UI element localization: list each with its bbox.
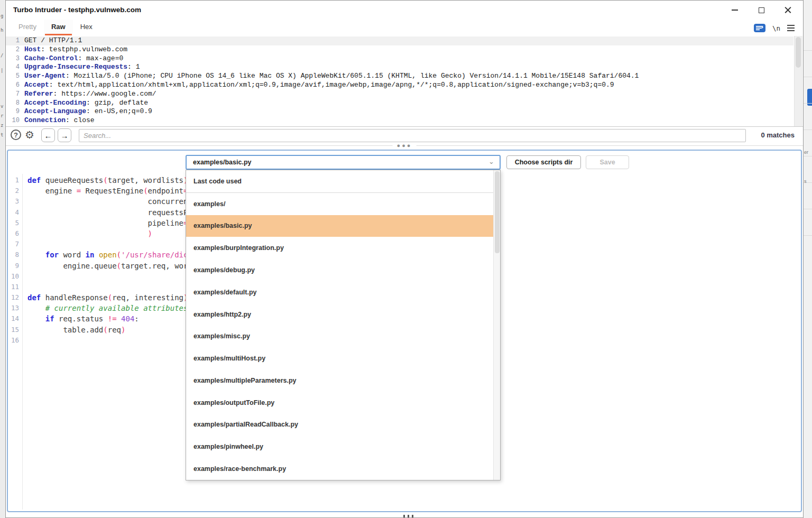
request-line: 5User-Agent: Mozilla/5.0 (iPhone; CPU iP… — [6, 72, 793, 81]
tab-pretty[interactable]: Pretty — [11, 20, 44, 35]
tab-hex[interactable]: Hex — [73, 20, 100, 35]
dropdown-item-label: examples/outputToFile.py — [193, 399, 274, 406]
request-line-text: Cache-Control: max-age=0 — [24, 54, 123, 63]
dropdown-item[interactable]: examples/multiHost.py — [186, 347, 500, 369]
clipped-bottom-content — [403, 515, 413, 517]
dropdown-item[interactable]: Last code used — [186, 170, 500, 193]
line-number: 10 — [8, 271, 19, 282]
dropdown-item[interactable]: examples/debug.py — [186, 259, 500, 281]
http-request-editor[interactable]: 1GET / HTTP/1.12Host: testphp.vulnweb.co… — [6, 35, 793, 127]
code-line-text: if req.status != 404: — [19, 313, 139, 324]
dropdown-item-label: examples/ — [193, 200, 225, 208]
close-icon — [785, 7, 791, 14]
code-line-text: table.add(req) — [19, 325, 125, 335]
request-line-text: Upgrade-Insecure-Requests: 1 — [24, 63, 140, 72]
settings-gear-icon[interactable]: ⚙ — [25, 128, 34, 141]
choose-scripts-dir-button[interactable]: Choose scripts dir — [506, 155, 581, 169]
scripts-panel: examples/basic.py ⌄ Choose scripts dir S… — [7, 150, 802, 512]
code-line-text — [19, 239, 27, 249]
maximize-button[interactable] — [748, 1, 774, 20]
tab-raw[interactable]: Raw — [44, 20, 73, 35]
dropdown-scrollbar-thumb[interactable] — [495, 171, 500, 253]
dropdown-item[interactable]: examples/http2.py — [186, 303, 500, 326]
line-number: 4 — [8, 207, 19, 218]
line-number: 6 — [6, 81, 24, 90]
minimize-button[interactable] — [722, 1, 748, 20]
line-number: 10 — [6, 116, 24, 125]
request-line-text: User-Agent: Mozilla/5.0 (iPhone; CPU iPh… — [24, 72, 639, 81]
dropdown-item-label: examples/race-benchmark.py — [193, 465, 286, 473]
search-matches-count: 0 matches — [761, 131, 795, 139]
request-line-text: Accept: text/html,application/xhtml+xml,… — [24, 81, 614, 90]
hamburger-menu-icon[interactable] — [787, 25, 795, 31]
line-number: 1 — [6, 36, 24, 45]
code-line-text: pipeline=False — [19, 218, 210, 228]
request-line-text: Accept-Language: en-US,en;q=0.9 — [24, 107, 152, 116]
save-button[interactable]: Save — [586, 155, 629, 169]
code-line-text: def queueRequests(target, wordlists): — [19, 175, 192, 186]
panel-splitter[interactable]: ●●● — [6, 142, 803, 150]
dropdown-item[interactable]: examples/outputToFile.py — [186, 392, 500, 414]
line-number: 14 — [8, 313, 19, 324]
newline-toggle-icon[interactable]: \n — [772, 24, 780, 32]
arrow-left-icon: ← — [44, 131, 52, 140]
code-line-text — [19, 282, 27, 292]
line-number: 5 — [8, 218, 19, 228]
dropdown-item[interactable]: examples/misc.py — [186, 325, 500, 347]
help-icon[interactable]: ? — [11, 130, 21, 140]
code-line-text: ) — [19, 228, 152, 239]
close-button[interactable] — [774, 1, 801, 20]
window-controls — [722, 1, 801, 20]
chevron-down-icon: ⌄ — [488, 158, 494, 165]
line-number: 1 — [8, 175, 19, 186]
dropdown-item[interactable]: examples/multipleParameters.py — [186, 369, 500, 392]
line-number: 16 — [8, 335, 19, 346]
dropdown-item[interactable]: examples/pinwheel.py — [186, 436, 500, 458]
request-line-text: Connection: close — [24, 116, 95, 125]
turbo-intruder-window: Turbo Intruder - testphp.vulnweb.com Pre… — [5, 0, 804, 518]
script-dropdown-list: Last code usedexamples/examples/basic.py… — [186, 170, 501, 480]
request-line: 2Host: testphp.vulnweb.com — [6, 45, 793, 54]
script-selector-combobox[interactable]: examples/basic.py ⌄ — [186, 155, 501, 170]
code-line-text — [19, 335, 27, 346]
search-next-button[interactable]: → — [58, 128, 71, 142]
line-number: 15 — [8, 325, 19, 335]
dropdown-item-label: examples/debug.py — [193, 266, 255, 274]
line-number: 3 — [6, 54, 24, 63]
dropdown-item[interactable]: examples/partialReadCallback.py — [186, 414, 500, 436]
line-number: 13 — [8, 303, 19, 313]
request-line: 6Accept: text/html,application/xhtml+xml… — [6, 81, 793, 90]
line-number: 11 — [8, 282, 19, 292]
request-line-text: Accept-Encoding: gzip, deflate — [24, 99, 148, 108]
dropdown-item-label: examples/http2.py — [193, 311, 251, 318]
line-number: 9 — [8, 261, 19, 271]
dropdown-item-label: examples/basic.py — [193, 222, 252, 229]
dropdown-scrollbar[interactable] — [493, 170, 500, 480]
request-line: 3Cache-Control: max-age=0 — [6, 54, 793, 63]
line-number: 8 — [6, 99, 24, 108]
search-prev-button[interactable]: ← — [41, 128, 55, 142]
request-line-text: GET / HTTP/1.1 — [24, 36, 82, 45]
dropdown-item[interactable]: examples/ — [186, 193, 500, 215]
dropdown-item[interactable]: examples/burpIntegration.py — [186, 237, 500, 259]
dropdown-item[interactable]: examples/race-benchmark.py — [186, 458, 500, 480]
code-line-text: engine.queue(target.req, word) — [19, 261, 197, 271]
line-number: 2 — [8, 186, 19, 196]
dropdown-item-label: examples/default.py — [193, 289, 257, 296]
request-scrollbar[interactable] — [794, 36, 802, 126]
word-wrap-icon[interactable] — [754, 23, 765, 33]
script-selector-value: examples/basic.py — [187, 156, 500, 169]
tab-bar: PrettyRawHex — [6, 20, 808, 35]
dropdown-item[interactable]: examples/basic.py — [186, 215, 500, 237]
request-scrollbar-thumb[interactable] — [796, 37, 801, 68]
dropdown-item-label: examples/partialReadCallback.py — [193, 421, 298, 428]
request-line: 10Connection: close — [6, 116, 793, 125]
title-bar: Turbo Intruder - testphp.vulnweb.com — [6, 1, 803, 20]
line-number: 2 — [6, 45, 24, 54]
dropdown-item[interactable]: examples/default.py — [186, 281, 500, 303]
arrow-right-icon: → — [61, 131, 69, 140]
request-line: 4Upgrade-Insecure-Requests: 1 — [6, 63, 793, 72]
search-input[interactable] — [79, 129, 746, 142]
dropdown-item-label: examples/multipleParameters.py — [193, 377, 297, 384]
minimize-icon — [732, 10, 738, 11]
